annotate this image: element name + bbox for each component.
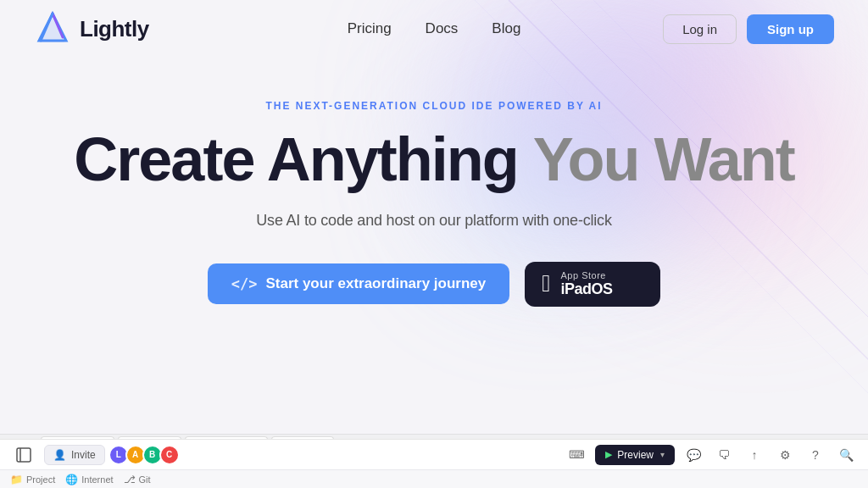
avatar-group: L A B C [112, 445, 180, 465]
preview-button[interactable]: ▶ Preview ▾ [595, 445, 675, 465]
ide-sidebar-toggle[interactable] [10, 441, 37, 469]
avatar-4: C [159, 445, 180, 465]
ide-action-bar: 👤 Invite L A B C ⌨ ▶ Preview ▾ 💬 🗨 ↑ ⚙ ?… [0, 439, 868, 469]
hero-section: THE NEXT-GENERATION CLOUD IDE POWERED BY… [0, 58, 868, 307]
nav-actions: Log in Sign up [663, 14, 834, 44]
search-icon-btn[interactable]: 🔍 [834, 443, 858, 467]
share-icon-btn[interactable]: ↑ [743, 443, 766, 467]
title-you: You [533, 125, 639, 193]
cta-primary-button[interactable]: </> Start your extraordinary journey [208, 263, 510, 304]
appstore-button[interactable]:  App Store iPadOS [525, 262, 660, 307]
chat-icon-btn[interactable]: 💬 [682, 443, 705, 467]
play-icon: ▶ [605, 449, 612, 460]
help-icon-btn[interactable]: ? [804, 443, 827, 467]
wifi-icon: 🌐 [65, 474, 78, 485]
logo-area[interactable]: Lightly [34, 10, 149, 47]
login-button[interactable]: Log in [663, 14, 737, 44]
appstore-text: App Store iPadOS [561, 270, 613, 298]
nav-docs[interactable]: Docs [426, 20, 459, 37]
title-anything: Anything [267, 125, 518, 193]
status-internet[interactable]: 🌐 Internet [65, 474, 113, 485]
code-symbol: </> [231, 275, 258, 292]
cta-label: Start your extraordinary journey [265, 275, 486, 292]
comment-icon-btn[interactable]: 🗨 [712, 443, 736, 467]
logo-text: Lightly [80, 16, 149, 42]
title-want: Want [654, 125, 793, 193]
appstore-label: App Store [561, 270, 613, 280]
nav-links: Pricing Docs Blog [348, 20, 521, 37]
status-git-label: Git [139, 474, 151, 485]
status-git[interactable]: ⎇ Git [124, 474, 151, 485]
settings-icon-btn[interactable]: ⚙ [773, 443, 797, 467]
status-project[interactable]: 📁 Project [10, 474, 55, 485]
appstore-platform: iPadOS [561, 280, 613, 298]
hero-tagline: THE NEXT-GENERATION CLOUD IDE POWERED BY… [265, 100, 602, 112]
folder-icon: 📁 [10, 474, 23, 485]
hero-cta-row: </> Start your extraordinary journey  A… [208, 262, 661, 307]
preview-label: Preview [617, 449, 654, 461]
status-project-label: Project [26, 474, 55, 485]
hero-title: Create Anything You Want [74, 127, 793, 193]
svg-rect-6 [17, 448, 31, 462]
git-icon: ⎇ [124, 474, 136, 485]
terminal-icon-btn[interactable]: ⌨ [565, 443, 588, 467]
invite-icon: 👤 [53, 449, 66, 461]
preview-chevron: ▾ [660, 450, 665, 459]
nav-blog[interactable]: Blog [492, 20, 520, 37]
apple-icon:  [542, 272, 550, 296]
ide-status-bar: 📁 Project 🌐 Internet ⎇ Git [0, 469, 868, 488]
signup-button[interactable]: Sign up [747, 14, 834, 44]
invite-label: Invite [71, 449, 96, 461]
invite-button[interactable]: 👤 Invite [44, 445, 105, 465]
nav-pricing[interactable]: Pricing [348, 20, 392, 37]
logo-icon [34, 10, 71, 47]
status-internet-label: Internet [81, 474, 113, 485]
title-create: Create [74, 125, 253, 193]
navbar: Lightly Pricing Docs Blog Log in Sign up [0, 0, 868, 58]
hero-subtitle: Use AI to code and host on our platform … [256, 212, 611, 230]
